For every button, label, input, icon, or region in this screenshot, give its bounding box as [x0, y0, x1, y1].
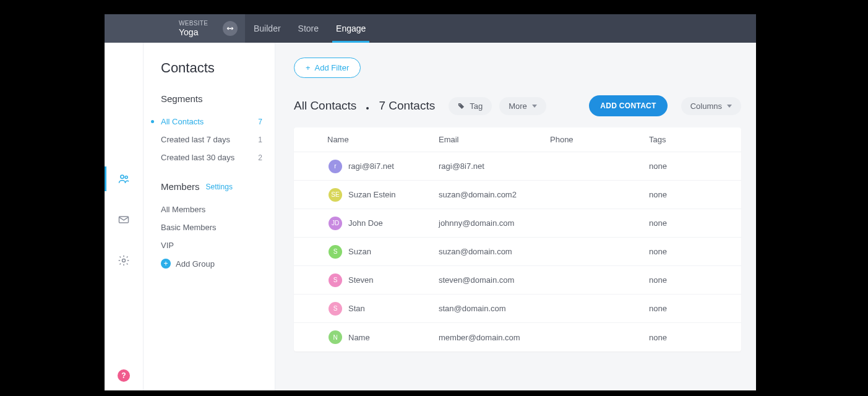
rail-contacts[interactable]: [105, 166, 143, 191]
rail-settings[interactable]: [105, 248, 143, 273]
avatar: N: [329, 330, 342, 344]
contact-email: suzan@domain.com: [439, 247, 550, 256]
table-body: rragi@8i7.netragi@8i7.netnoneSESuzan Est…: [294, 152, 741, 351]
avatar: S: [329, 273, 342, 287]
toolbar: All Contacts 7 Contacts Tag More ADD CON…: [294, 95, 741, 116]
contact-tags: none: [649, 275, 733, 285]
col-tags-header[interactable]: Tags: [649, 135, 733, 144]
contact-name: Suzan Estein: [348, 190, 396, 199]
people-icon: [118, 173, 130, 185]
segment-created-30-days[interactable]: Created last 30 days 2: [161, 148, 262, 166]
chevron-down-icon: [532, 105, 537, 108]
gear-icon: [118, 254, 130, 267]
top-nav: Builder Store Engage: [245, 14, 374, 43]
tag-button[interactable]: Tag: [449, 97, 492, 115]
nav-engage[interactable]: Engage: [327, 14, 374, 43]
top-bar: WEBSITE Yoga Builder Store Engage: [105, 14, 756, 43]
members-settings-link[interactable]: Settings: [206, 183, 233, 191]
svg-point-0: [121, 175, 124, 178]
columns-button[interactable]: Columns: [681, 97, 741, 115]
site-selector[interactable]: WEBSITE Yoga: [105, 14, 245, 43]
contact-email: stan@domain.com: [439, 304, 550, 313]
add-contact-button[interactable]: ADD CONTACT: [589, 95, 667, 116]
avatar: JD: [329, 217, 342, 230]
contact-name: Suzan: [348, 247, 371, 256]
table-row[interactable]: SESuzan Esteinsuzan@domain.com2none: [294, 181, 741, 209]
app-frame: WEBSITE Yoga Builder Store Engage: [105, 14, 756, 390]
swap-icon[interactable]: [223, 21, 238, 36]
site-name: Yoga: [179, 27, 208, 37]
sidebar: Contacts Segments All Contacts 7 Created…: [144, 43, 275, 390]
add-group-button[interactable]: + Add Group: [161, 254, 262, 273]
avatar: SE: [329, 188, 342, 202]
col-name-header[interactable]: Name: [327, 135, 439, 144]
segment-created-7-days[interactable]: Created last 7 days 1: [161, 131, 262, 148]
contact-tags: none: [649, 161, 733, 171]
avatar: S: [329, 302, 342, 316]
contact-email: suzan@domain.com2: [439, 190, 550, 199]
contact-tags: none: [649, 333, 733, 342]
contact-tags: none: [649, 190, 733, 199]
contacts-table: Name Email Phone Tags rragi@8i7.netragi@…: [294, 127, 741, 351]
chevron-down-icon: [727, 105, 732, 108]
svg-point-4: [460, 104, 460, 105]
view-title: All Contacts: [294, 99, 356, 113]
segment-all-contacts[interactable]: All Contacts 7: [161, 113, 262, 131]
page-title: Contacts: [161, 60, 262, 76]
contact-tags: none: [649, 304, 733, 313]
col-email-header[interactable]: Email: [439, 135, 550, 144]
table-row[interactable]: SStanstan@domain.comnone: [294, 295, 741, 323]
nav-store[interactable]: Store: [290, 14, 327, 43]
contact-name: Stan: [348, 304, 365, 313]
table-header: Name Email Phone Tags: [294, 127, 741, 152]
body: ? Contacts Segments All Contacts 7 Creat…: [105, 43, 756, 390]
table-row[interactable]: SSuzansuzan@domain.comnone: [294, 238, 741, 266]
plus-icon: +: [161, 259, 171, 269]
members-heading: Members Settings: [161, 181, 262, 192]
col-phone-header[interactable]: Phone: [550, 135, 649, 144]
contact-name: Name: [348, 333, 370, 342]
table-row[interactable]: NNamemember@domain.comnone: [294, 323, 741, 351]
icon-rail: ?: [105, 43, 144, 390]
segments-heading: Segments: [161, 93, 262, 104]
site-label: WEBSITE: [179, 20, 208, 27]
contact-email: johnny@domain.com: [439, 218, 550, 228]
help-button[interactable]: ?: [118, 369, 130, 382]
separator-dot: [366, 107, 369, 110]
contact-email: ragi@8i7.net: [439, 161, 550, 171]
contact-tags: none: [649, 218, 733, 228]
plus-icon: +: [306, 63, 311, 72]
rail-mail[interactable]: [105, 207, 143, 232]
table-row[interactable]: JDJohn Doejohnny@domain.comnone: [294, 209, 741, 238]
main-content: + Add Filter All Contacts 7 Contacts Tag…: [275, 43, 756, 390]
avatar: r: [329, 160, 342, 173]
contact-name: John Doe: [348, 218, 383, 228]
svg-point-1: [125, 176, 127, 179]
svg-point-3: [122, 259, 126, 262]
member-basic[interactable]: Basic Members: [161, 218, 262, 236]
table-row[interactable]: rragi@8i7.netragi@8i7.netnone: [294, 152, 741, 181]
tag-icon: [458, 103, 465, 110]
contact-email: steven@domain.com: [439, 275, 550, 285]
more-button[interactable]: More: [499, 97, 546, 115]
contact-email: member@domain.com: [439, 333, 550, 342]
nav-builder[interactable]: Builder: [245, 14, 290, 43]
add-filter-button[interactable]: + Add Filter: [294, 58, 361, 78]
contact-tags: none: [649, 247, 733, 256]
member-vip[interactable]: VIP: [161, 236, 262, 254]
mail-icon: [118, 213, 130, 226]
segments-list: All Contacts 7 Created last 7 days 1 Cre…: [161, 113, 262, 166]
contact-count: 7 Contacts: [379, 99, 435, 113]
contact-name: ragi@8i7.net: [348, 161, 394, 171]
members-list: All Members Basic Members VIP + Add Grou…: [161, 200, 262, 273]
contact-name: Steven: [348, 275, 373, 285]
table-row[interactable]: SStevensteven@domain.comnone: [294, 266, 741, 295]
member-all[interactable]: All Members: [161, 200, 262, 218]
avatar: S: [329, 245, 342, 259]
